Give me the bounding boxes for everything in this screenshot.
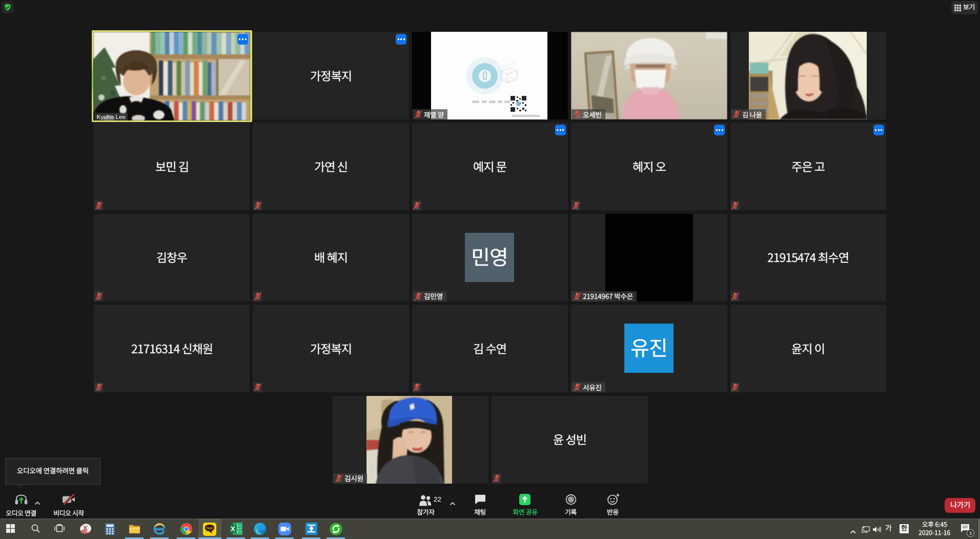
svg-text:TALK: TALK [206,527,213,530]
